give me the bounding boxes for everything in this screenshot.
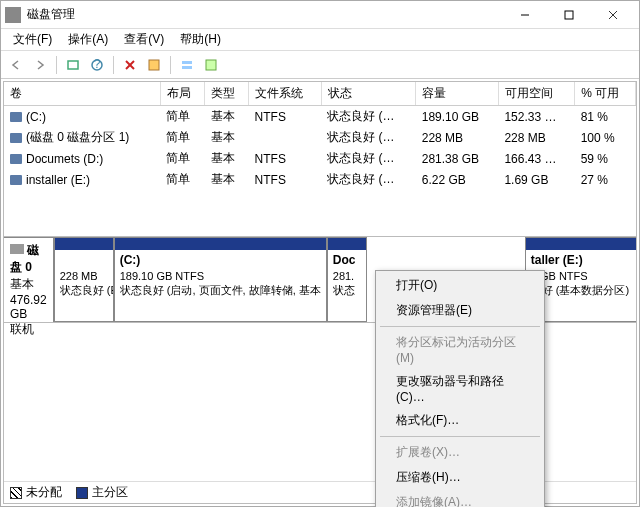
- disk-icon: [10, 244, 24, 254]
- back-button[interactable]: [5, 54, 27, 76]
- delete-icon[interactable]: [119, 54, 141, 76]
- svg-text:?: ?: [94, 58, 101, 71]
- table-row[interactable]: installer (E:)简单基本NTFS状态良好 (…6.22 GB1.69…: [4, 169, 636, 190]
- view1-icon[interactable]: [176, 54, 198, 76]
- ctx-shrink[interactable]: 压缩卷(H)…: [378, 465, 542, 490]
- menu-action[interactable]: 操作(A): [60, 29, 116, 50]
- toolbar: ?: [1, 51, 639, 79]
- legend-primary-label: 主分区: [92, 484, 128, 501]
- legend-primary-swatch: [76, 487, 88, 499]
- menu-file[interactable]: 文件(F): [5, 29, 60, 50]
- window-title: 磁盘管理: [27, 6, 503, 23]
- svg-rect-12: [206, 60, 216, 70]
- ctx-format[interactable]: 格式化(F)…: [378, 408, 542, 433]
- disk-info[interactable]: 磁盘 0 基本 476.92 GB 联机: [4, 237, 54, 322]
- refresh-button[interactable]: [62, 54, 84, 76]
- ctx-explorer[interactable]: 资源管理器(E): [378, 298, 542, 323]
- col-header[interactable]: 状态: [321, 82, 416, 106]
- ctx-add-mirror: 添加镜像(A)…: [378, 490, 542, 507]
- menubar: 文件(F) 操作(A) 查看(V) 帮助(H): [1, 29, 639, 51]
- col-header[interactable]: 文件系统: [249, 82, 322, 106]
- legend-unalloc-swatch: [10, 487, 22, 499]
- partition[interactable]: 228 MB状态良好 (EFI 系: [54, 237, 114, 322]
- legend-unalloc-label: 未分配: [26, 484, 62, 501]
- ctx-mark-active: 将分区标记为活动分区(M): [378, 330, 542, 369]
- partition[interactable]: (C:)189.10 GB NTFS状态良好 (启动, 页面文件, 故障转储, …: [114, 237, 327, 322]
- table-row[interactable]: (磁盘 0 磁盘分区 1)简单基本状态良好 (…228 MB228 MB100 …: [4, 127, 636, 148]
- maximize-button[interactable]: [547, 2, 591, 28]
- col-header[interactable]: 可用空间: [498, 82, 574, 106]
- forward-button[interactable]: [29, 54, 51, 76]
- disk-size: 476.92 GB: [10, 293, 47, 321]
- svg-rect-9: [149, 60, 159, 70]
- disk-status: 联机: [10, 321, 47, 338]
- col-header[interactable]: % 可用: [575, 82, 636, 106]
- help-icon[interactable]: ?: [86, 54, 108, 76]
- properties-icon[interactable]: [143, 54, 165, 76]
- table-row[interactable]: (C:)简单基本NTFS状态良好 (…189.10 GB152.33 …81 %: [4, 106, 636, 128]
- context-menu: 打开(O) 资源管理器(E) 将分区标记为活动分区(M) 更改驱动器号和路径(C…: [375, 270, 545, 507]
- minimize-button[interactable]: [503, 2, 547, 28]
- ctx-extend: 扩展卷(X)…: [378, 440, 542, 465]
- col-header[interactable]: 卷: [4, 82, 160, 106]
- app-icon: [5, 7, 21, 23]
- ctx-open[interactable]: 打开(O): [378, 273, 542, 298]
- partition[interactable]: Doc281.状态: [327, 237, 367, 322]
- svg-rect-11: [182, 66, 192, 69]
- ctx-change-letter[interactable]: 更改驱动器号和路径(C)…: [378, 369, 542, 408]
- svg-rect-1: [565, 11, 573, 19]
- col-header[interactable]: 容量: [416, 82, 499, 106]
- table-row[interactable]: Documets (D:)简单基本NTFS状态良好 (…281.38 GB166…: [4, 148, 636, 169]
- menu-view[interactable]: 查看(V): [116, 29, 172, 50]
- col-header[interactable]: 类型: [205, 82, 249, 106]
- disk-type: 基本: [10, 276, 47, 293]
- col-header[interactable]: 布局: [160, 82, 204, 106]
- svg-rect-10: [182, 61, 192, 64]
- volume-list[interactable]: 卷布局类型文件系统状态容量可用空间% 可用 (C:)简单基本NTFS状态良好 (…: [4, 82, 636, 237]
- close-button[interactable]: [591, 2, 635, 28]
- menu-help[interactable]: 帮助(H): [172, 29, 229, 50]
- svg-rect-4: [68, 61, 78, 69]
- view2-icon[interactable]: [200, 54, 222, 76]
- titlebar: 磁盘管理: [1, 1, 639, 29]
